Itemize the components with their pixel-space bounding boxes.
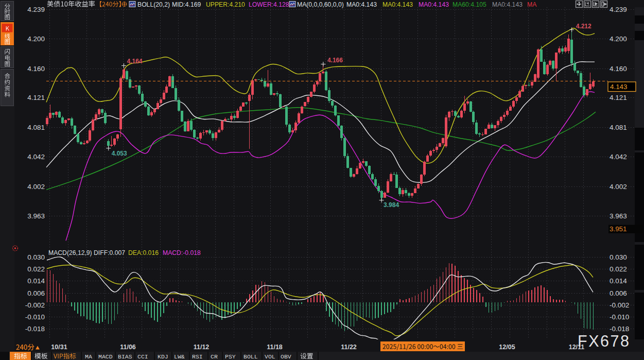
svg-text:FX678: FX678	[578, 332, 630, 350]
svg-text:4.053: 4.053	[112, 150, 127, 157]
svg-text:-0.002: -0.002	[25, 301, 45, 309]
svg-text:MA0:4.143: MA0:4.143	[346, 1, 377, 8]
svg-text:4.200: 4.200	[27, 35, 45, 43]
svg-text:4.164: 4.164	[127, 58, 143, 65]
svg-text:0.006: 0.006	[27, 289, 45, 297]
svg-text:0.030: 0.030	[610, 253, 627, 261]
svg-text:DEA:0.016: DEA:0.016	[128, 249, 159, 256]
svg-text:0.022: 0.022	[27, 265, 45, 273]
svg-text:11/06: 11/06	[120, 344, 136, 351]
svg-text:MA0:4.143: MA0:4.143	[382, 1, 413, 8]
svg-text:MA: MA	[85, 353, 92, 360]
svg-text:4.200: 4.200	[610, 35, 627, 43]
svg-text:11/22: 11/22	[341, 344, 357, 351]
svg-text:4.002: 4.002	[610, 183, 627, 191]
svg-text:MACD:-0.018: MACD:-0.018	[163, 249, 201, 256]
svg-text:MA60:4.105: MA60:4.105	[452, 1, 486, 8]
svg-text:0.014: 0.014	[27, 277, 45, 285]
svg-text:MA(0,0,0,60,0,0): MA(0,0,0,60,0,0)	[297, 1, 344, 8]
svg-text:4.081: 4.081	[27, 124, 45, 131]
svg-text:-0.018: -0.018	[25, 325, 45, 333]
svg-text:0.006: 0.006	[610, 289, 627, 297]
svg-text:OBV: OBV	[281, 353, 291, 360]
svg-text:MID:4.169: MID:4.169	[172, 1, 201, 8]
svg-text:3.984: 3.984	[384, 201, 399, 209]
svg-text:LOWER:4.128: LOWER:4.128	[249, 1, 289, 8]
svg-text:MA0:4.143: MA0:4.143	[419, 1, 449, 8]
svg-text:CR: CR	[211, 353, 218, 360]
svg-text:UPPER:4.210: UPPER:4.210	[206, 1, 245, 8]
svg-text:MACD(26,12,9) DIFF:0.007: MACD(26,12,9) DIFF:0.007	[48, 249, 125, 256]
svg-text:MA: MA	[527, 1, 537, 8]
svg-text:4.042: 4.042	[27, 153, 45, 161]
svg-text:0.014: 0.014	[610, 277, 627, 285]
svg-text:0.022: 0.022	[610, 265, 627, 273]
svg-text:-0.010: -0.010	[25, 313, 45, 321]
svg-text:4.143: 4.143	[610, 83, 628, 91]
svg-text:MACD: MACD	[98, 353, 113, 360]
svg-text:4.160: 4.160	[27, 65, 45, 73]
svg-text:4.239: 4.239	[610, 6, 627, 13]
svg-text:4.042: 4.042	[610, 153, 627, 161]
svg-text:4.239: 4.239	[27, 6, 45, 13]
svg-text:11/12: 11/12	[194, 344, 210, 351]
svg-text:MA0:4.143: MA0:4.143	[492, 1, 523, 8]
svg-text:3.963: 3.963	[27, 212, 45, 220]
svg-text:-0.002: -0.002	[610, 301, 629, 309]
svg-text:4.212: 4.212	[576, 23, 591, 30]
svg-text:10/31: 10/31	[51, 344, 67, 351]
svg-text:4.121: 4.121	[27, 94, 45, 101]
svg-text:KDJ: KDJ	[158, 353, 168, 360]
svg-text:LW&: LW&	[174, 353, 185, 360]
svg-text:3.963: 3.963	[610, 212, 627, 220]
svg-text:PSY: PSY	[225, 353, 236, 360]
svg-text:4.121: 4.121	[610, 94, 627, 101]
svg-text:BIAS: BIAS	[118, 353, 132, 360]
svg-text:4.002: 4.002	[27, 183, 45, 191]
svg-text:CCI: CCI	[137, 353, 148, 360]
svg-text:11/18: 11/18	[267, 344, 283, 351]
svg-text:RSI: RSI	[192, 353, 203, 360]
svg-text:0.030: 0.030	[27, 253, 45, 261]
svg-text:BOLL: BOLL	[243, 353, 258, 360]
svg-text:3.951: 3.951	[610, 225, 627, 233]
svg-text:-0.010: -0.010	[610, 313, 629, 321]
svg-text:VOL: VOL	[265, 353, 275, 360]
svg-text:4.166: 4.166	[327, 57, 343, 64]
svg-text:4.160: 4.160	[610, 65, 627, 73]
svg-text:BOLL(20,2): BOLL(20,2)	[137, 1, 170, 8]
svg-text:12/05: 12/05	[499, 344, 515, 351]
svg-text:4.081: 4.081	[610, 124, 627, 131]
